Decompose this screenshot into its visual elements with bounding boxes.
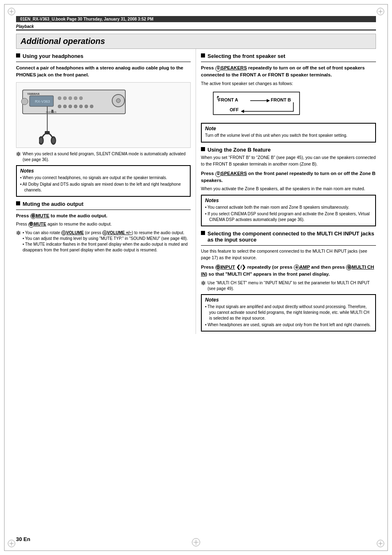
svg-marker-30 bbox=[267, 99, 270, 102]
svg-text:FRONT A: FRONT A bbox=[218, 97, 238, 102]
svg-marker-33 bbox=[241, 110, 244, 113]
speaker-diagram-svg: FRONT A FRONT B OFF bbox=[209, 90, 308, 119]
svg-text:RX-V363: RX-V363 bbox=[35, 99, 50, 104]
section-zone-title: Using the Zone B feature bbox=[208, 147, 271, 153]
muting-resume-text: Press ⑱MUTE again to resume the audio ou… bbox=[16, 221, 191, 228]
svg-point-9 bbox=[79, 97, 83, 100]
svg-point-16 bbox=[90, 105, 93, 108]
corner-mark-tr bbox=[377, 8, 384, 15]
zone-bold-instruction: Press ①SPEAKERS on the front panel repea… bbox=[201, 170, 376, 184]
headphone-image-area: YAMAHA RX-V363 bbox=[16, 82, 191, 148]
svg-point-18 bbox=[116, 99, 120, 103]
tip-muting-2: • You can adjust the muting level by usi… bbox=[23, 236, 191, 242]
section-headphones-header: Using your headphones bbox=[16, 53, 191, 59]
section-square-multich bbox=[201, 231, 205, 235]
tip-star-2: ✽ bbox=[16, 230, 21, 236]
divider-muting bbox=[16, 210, 191, 210]
speaker-bold-instruction: Press ①SPEAKERS repeatedly to turn on or… bbox=[201, 64, 376, 79]
divider-multich bbox=[201, 245, 376, 246]
speaker-regular-text: The active front speaker set changes as … bbox=[201, 81, 376, 87]
multich-bold-instruction: Press ⑬INPUT ❮/❯ repeatedly (or press ④A… bbox=[201, 264, 376, 278]
section-muting-header: Muting the audio output bbox=[16, 201, 191, 207]
notes-box-zone: Notes • You cannot activate both the mai… bbox=[201, 195, 376, 226]
svg-point-13 bbox=[74, 105, 77, 108]
notes-title-zone: Notes bbox=[205, 198, 372, 203]
section-square-zone bbox=[201, 147, 205, 151]
section-square-speaker bbox=[201, 53, 205, 58]
divider-headphones bbox=[16, 62, 191, 62]
section-square-headphones bbox=[16, 53, 20, 58]
notes-title-headphones: Notes bbox=[20, 168, 187, 174]
bottom-center-mark bbox=[192, 538, 200, 546]
zone-intro-text: When you set “FRONT B” to “ZONE B” (see … bbox=[201, 154, 376, 168]
note-title-speaker: Note bbox=[205, 126, 372, 131]
tip-muting-1: • You can also rotate ⑬VOLUME (or press … bbox=[23, 230, 191, 236]
receiver-image: YAMAHA RX-V363 bbox=[21, 86, 127, 117]
section-speaker-title: Selecting the front speaker set bbox=[208, 53, 285, 59]
tip-muting-container: ✽ • You can also rotate ⑬VOLUME (or pres… bbox=[16, 230, 191, 253]
svg-point-26 bbox=[52, 138, 55, 143]
svg-point-25 bbox=[39, 138, 43, 143]
section-multich-title: Selecting the component connected to the… bbox=[208, 230, 376, 243]
page-border: 01EN_RX-V363_U.book Page 30 Thursday, Ja… bbox=[4, 4, 388, 551]
tip-muting-list: • You can also rotate ⑬VOLUME (or press … bbox=[23, 230, 191, 253]
tip-star-1: ✽ bbox=[16, 151, 21, 157]
section-muting-title: Muting the audio output bbox=[23, 201, 83, 207]
page-number: 30 En bbox=[16, 536, 30, 542]
tip-muting-3: • The MUTE indicator flashes in the fron… bbox=[23, 242, 191, 253]
file-info-text: 01EN_RX-V363_U.book Page 30 Thursday, Ja… bbox=[20, 17, 153, 21]
svg-text:FRONT B: FRONT B bbox=[271, 97, 291, 102]
section-square-muting bbox=[16, 201, 20, 205]
zone-regular-text: When you activate the Zone B speakers, a… bbox=[201, 186, 376, 192]
corner-mark-br bbox=[377, 540, 384, 547]
divider-speaker bbox=[201, 62, 376, 62]
svg-point-7 bbox=[69, 97, 72, 100]
svg-text:YAMAHA: YAMAHA bbox=[27, 92, 39, 95]
note-box-speaker: Note Turn off the volume level of this u… bbox=[201, 123, 376, 143]
tip-multich-text: Use “MULTI CH SET” menu in “INPUT MENU” … bbox=[208, 280, 376, 292]
page-number-text: 30 En bbox=[16, 536, 30, 542]
note-multich-2: • When headphones are used, signals are … bbox=[205, 322, 372, 328]
section-speaker-header: Selecting the front speaker set bbox=[201, 53, 376, 59]
speaker-diagram-area: FRONT A FRONT B OFF bbox=[209, 90, 376, 120]
tip-headphones-text: When you select a sound field program, S… bbox=[23, 151, 191, 163]
corner-mark-tl bbox=[8, 8, 15, 15]
right-column: Selecting the front speaker set Press ①S… bbox=[196, 49, 376, 334]
corner-mark-bl bbox=[8, 540, 15, 547]
headphones-bold-instruction: Connect a pair of headphones with a ster… bbox=[16, 64, 191, 79]
svg-point-14 bbox=[79, 105, 83, 108]
note-zone-1: • You cannot activate both the main room… bbox=[205, 205, 372, 210]
svg-point-8 bbox=[74, 97, 77, 100]
svg-marker-34 bbox=[217, 96, 219, 97]
notes-box-headphones: Notes • When you connect headphones, no … bbox=[16, 165, 191, 197]
file-info-bar: 01EN_RX-V363_U.book Page 30 Thursday, Ja… bbox=[16, 16, 376, 22]
main-title-box: Additional operations bbox=[16, 34, 376, 49]
notes-box-multich: Notes • The input signals are amplified … bbox=[201, 294, 376, 332]
section-label: Playback bbox=[16, 24, 34, 29]
main-title: Additional operations bbox=[21, 37, 105, 46]
section-zone-header: Using the Zone B feature bbox=[201, 147, 376, 153]
tip-multich: ✽ Use “MULTI CH SET” menu in “INPUT MENU… bbox=[201, 280, 376, 292]
note-speaker-text: Turn off the volume level of this unit w… bbox=[205, 133, 372, 138]
headphone-cable-image bbox=[39, 106, 72, 147]
section-headphones-title: Using your headphones bbox=[23, 53, 83, 59]
section-label-bar: Playback bbox=[16, 24, 376, 30]
left-column: Using your headphones Connect a pair of … bbox=[16, 49, 196, 334]
notes-title-multich: Notes bbox=[205, 297, 372, 303]
note-headphones-1: • When you connect headphones, no signal… bbox=[20, 175, 187, 181]
multich-intro-text: Use this feature to select the component… bbox=[201, 248, 376, 261]
svg-point-6 bbox=[63, 97, 67, 100]
note-headphones-2: • All Dolby Digital and DTS audio signal… bbox=[20, 182, 187, 193]
note-zone-2: • If you select CINEMA DSP sound field p… bbox=[205, 211, 372, 223]
muting-bold-instruction: Press ⑱MUTE to mute the audio output. bbox=[16, 212, 191, 219]
svg-text:OFF: OFF bbox=[230, 107, 239, 112]
tip-star-3: ✽ bbox=[201, 280, 206, 286]
svg-point-5 bbox=[58, 97, 61, 100]
svg-point-4 bbox=[21, 98, 28, 105]
svg-point-15 bbox=[85, 105, 88, 108]
content-area: Using your headphones Connect a pair of … bbox=[16, 49, 376, 334]
note-multich-1: • The input signals are amplified and ou… bbox=[205, 304, 372, 321]
section-multich-header: Selecting the component connected to the… bbox=[201, 230, 376, 243]
tip-headphones: ✽ When you select a sound field program,… bbox=[16, 151, 191, 163]
